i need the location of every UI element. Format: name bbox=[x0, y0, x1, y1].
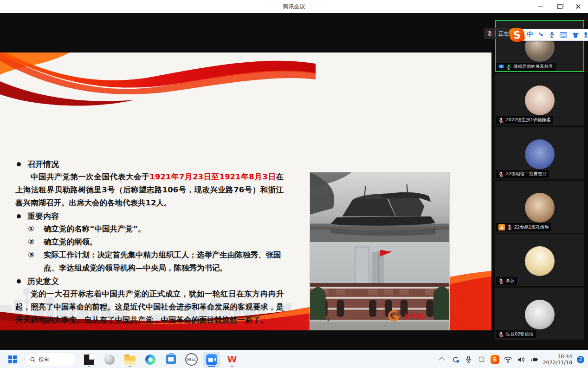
section1-paragraph: 中国共产党第一次全国代表大会于1921年7月23日至1921年8月3日在上海法租… bbox=[15, 171, 284, 210]
bullet-icon bbox=[17, 214, 21, 218]
mic-muted-icon bbox=[498, 171, 504, 177]
file-explorer-icon bbox=[124, 356, 136, 365]
mic-muted-icon bbox=[498, 278, 504, 284]
speaker-icon[interactable] bbox=[517, 353, 525, 367]
skin-tshirt-button[interactable] bbox=[572, 32, 579, 38]
taskbar-search[interactable]: 搜索 bbox=[24, 353, 77, 366]
clock-date: 2022/11/18 bbox=[543, 360, 572, 366]
clock-time: 18:44 bbox=[543, 354, 572, 360]
share-screen-icon bbox=[498, 64, 504, 70]
paint-app-icon bbox=[84, 355, 94, 365]
minimize-icon bbox=[538, 7, 543, 7]
hidden-icons-chevron[interactable] bbox=[439, 353, 447, 367]
running-indicator bbox=[88, 366, 90, 367]
toolbox-button[interactable] bbox=[584, 32, 588, 38]
running-indicator bbox=[129, 366, 131, 367]
first-congress-site-photo: 新华网 bbox=[310, 242, 450, 330]
taskbar-app-wps[interactable]: W bbox=[224, 352, 240, 368]
minimize-button[interactable] bbox=[532, 0, 548, 13]
running-indicator bbox=[231, 366, 233, 367]
avatar bbox=[525, 85, 555, 115]
tray-snip-icon[interactable] bbox=[478, 353, 486, 367]
running-indicator bbox=[208, 366, 215, 367]
taskbar-tray: S 18:44 2022/11/18 2 bbox=[439, 350, 584, 368]
wifi-icon[interactable] bbox=[504, 353, 512, 367]
notification-badge[interactable]: 2 bbox=[577, 356, 584, 363]
numbered-item-3: ③ 实际工作计划：决定首先集中精力组织工人；选举产生由陈独秀、张国焘、李达组成党… bbox=[28, 249, 282, 275]
sogou-input-toolbar: S 中 bbox=[510, 28, 588, 42]
start-button[interactable] bbox=[5, 353, 20, 367]
avatar bbox=[525, 193, 555, 223]
taskbar-clock[interactable]: 18:44 2022/11/18 bbox=[543, 354, 572, 366]
red-ribbon-top bbox=[0, 53, 316, 118]
participant-name: 滕超老师的屏幕共享 bbox=[513, 64, 553, 70]
tray-sogou-icon[interactable]: S bbox=[491, 355, 499, 364]
chinese-mode-button[interactable]: 中 bbox=[527, 31, 533, 39]
taskbar-app-paint[interactable] bbox=[81, 352, 97, 368]
item-text: 实际工作计划：决定首先集中精力组织工人；选举产生由陈独秀、张国焘、李达组成党的领… bbox=[44, 249, 282, 275]
slide-bullet-row: 重要内容 bbox=[17, 210, 59, 223]
dell-icon: DELL bbox=[185, 353, 198, 366]
participant-tile[interactable]: 22食品1班孔维琳 bbox=[495, 181, 584, 233]
mic-muted-icon bbox=[507, 224, 512, 230]
participant-tile[interactable]: 生技02张信信 bbox=[495, 288, 584, 340]
participant-name: 22食品1班孔维琳 bbox=[514, 224, 549, 230]
sphere-app-icon bbox=[104, 355, 115, 365]
item-text: 确立党的纲领。 bbox=[44, 236, 97, 249]
tencent-meeting-window: 腾讯会议 bbox=[0, 0, 588, 368]
svg-text:新华网: 新华网 bbox=[404, 313, 424, 320]
participant-tile[interactable]: 2022级生技1班鲍静柔 bbox=[495, 73, 584, 125]
participant-label: 22级电信二批曹思汀 bbox=[496, 170, 549, 178]
participant-name: 22级电信二批曹思汀 bbox=[506, 171, 547, 177]
taskbar-app-tencent-meeting[interactable] bbox=[203, 352, 220, 368]
taskbar-app-store[interactable] bbox=[162, 352, 179, 368]
numbered-item-2: ② 确立党的纲领。 bbox=[28, 236, 282, 249]
chevron-up-icon bbox=[439, 357, 445, 363]
section3-paragraph: 党的一大召开标志着中国共产党的正式成立，犹如一轮红日在东方冉冉升起，照亮了中国革… bbox=[15, 288, 284, 327]
bullet-icon bbox=[17, 162, 21, 166]
red-boat-photo bbox=[310, 172, 450, 243]
participant-label: 滕超老师的屏幕共享 bbox=[496, 63, 556, 71]
mic-muted-icon bbox=[498, 332, 504, 337]
section3-heading: 历史意义 bbox=[27, 276, 59, 287]
voice-input-button[interactable] bbox=[549, 32, 555, 38]
edge-browser-icon bbox=[145, 355, 155, 365]
tencent-meeting-icon bbox=[206, 354, 217, 365]
participant-name: 李莎 bbox=[506, 278, 515, 284]
windows-taskbar: 搜索 DELL W S bbox=[0, 350, 588, 368]
shared-slide: 召开情况 中国共产党第一次全国代表大会于1921年7月23日至1921年8月3日… bbox=[0, 53, 491, 330]
item-number: ③ bbox=[28, 249, 44, 275]
sogou-logo-icon[interactable]: S bbox=[509, 27, 525, 42]
participant-name: 生技02张信信 bbox=[506, 331, 534, 337]
battery-icon[interactable] bbox=[530, 353, 538, 367]
tray-sync-icon[interactable] bbox=[452, 353, 460, 367]
item-number: ② bbox=[28, 236, 44, 249]
divider bbox=[495, 30, 496, 37]
tray-microphone-icon[interactable] bbox=[465, 353, 473, 367]
participant-tile[interactable]: 22级电信二批曹思汀 bbox=[495, 127, 584, 179]
avatar bbox=[525, 246, 555, 276]
slide-bullet-row: 召开情况 bbox=[17, 158, 59, 171]
slide-bullet-row: 历史意义 bbox=[17, 275, 59, 288]
taskbar-app-dell[interactable]: DELL bbox=[183, 352, 200, 368]
punctuation-button[interactable] bbox=[538, 32, 544, 38]
search-icon bbox=[30, 357, 36, 362]
taskbar-app-edge[interactable] bbox=[142, 352, 159, 368]
close-button[interactable] bbox=[570, 0, 586, 13]
taskbar-app-explorer[interactable] bbox=[122, 352, 138, 368]
taskbar-app-copilot[interactable] bbox=[101, 352, 118, 368]
mic-muted-icon bbox=[498, 118, 504, 123]
member-badge-icon bbox=[498, 224, 505, 230]
participant-tile[interactable]: 李莎 bbox=[495, 234, 584, 286]
avatar bbox=[525, 300, 555, 329]
virtual-keyboard-button[interactable] bbox=[560, 32, 567, 38]
restore-button[interactable] bbox=[552, 0, 568, 13]
item-number: ① bbox=[28, 223, 44, 236]
microsoft-store-icon bbox=[166, 355, 176, 364]
participant-label: 生技02张信信 bbox=[496, 330, 536, 338]
participant-label: 2022级生技1班鲍静柔 bbox=[496, 116, 553, 124]
bullet-icon bbox=[17, 279, 21, 283]
mic-muted-icon bbox=[487, 31, 492, 36]
sogou-toolbar-pill: 中 bbox=[522, 29, 588, 41]
section1-text: 中国共产党第一次全国代表大会于 bbox=[31, 172, 149, 181]
